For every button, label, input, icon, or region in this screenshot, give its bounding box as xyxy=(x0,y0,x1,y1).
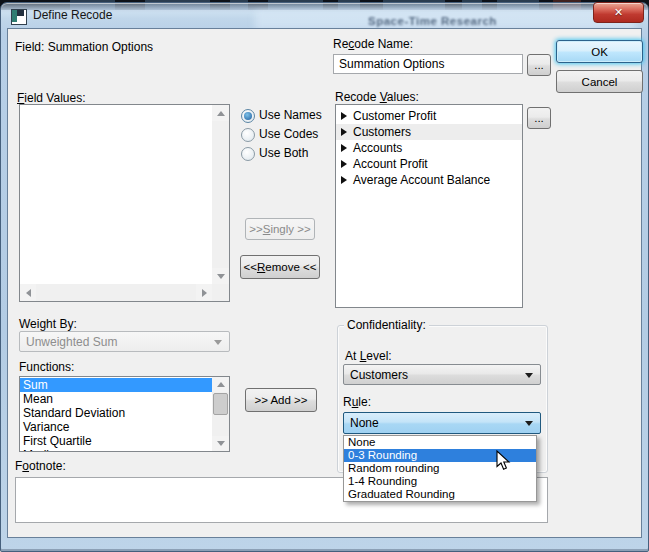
close-button[interactable]: ✕ xyxy=(593,2,644,23)
ok-button[interactable]: OK xyxy=(556,40,643,63)
chevron-down-icon xyxy=(525,373,533,378)
rule-combobox[interactable]: None xyxy=(343,412,541,434)
function-item[interactable]: Sum xyxy=(20,378,212,392)
weight-by-value: Unweighted Sum xyxy=(26,335,117,349)
radio-use-codes[interactable] xyxy=(241,128,255,142)
weight-by-label: Weight By: xyxy=(19,317,77,331)
expand-arrow-icon[interactable] xyxy=(341,176,347,184)
functions-vscrollbar[interactable] xyxy=(212,377,229,451)
function-item[interactable]: Variance xyxy=(20,420,212,434)
arrow-left-icon xyxy=(26,289,31,297)
rule-option[interactable]: Graduated Rounding xyxy=(344,488,536,501)
at-level-combobox[interactable]: Customers xyxy=(343,364,541,385)
recode-name-label: Recode Name: xyxy=(333,37,413,51)
singly-button: >> Singly >> xyxy=(245,218,315,240)
add-button[interactable]: >> Add >> xyxy=(245,388,317,412)
rule-option[interactable]: 1-4 Rounding xyxy=(344,475,536,488)
field-values-hscrollbar[interactable] xyxy=(20,284,212,301)
footnote-label: Footnote: xyxy=(15,459,66,473)
expand-arrow-icon[interactable] xyxy=(341,144,347,152)
radio-use-names-label[interactable]: Use Names xyxy=(259,108,322,122)
expand-arrow-icon[interactable] xyxy=(341,128,347,136)
define-recode-dialog: Space-Time Research Define Recode ✕ Fiel… xyxy=(0,0,649,552)
app-icon[interactable] xyxy=(11,9,27,25)
recode-values-listbox[interactable]: Customer Profit Customers Accounts Accou… xyxy=(335,104,523,308)
scroll-up-button[interactable] xyxy=(212,105,229,121)
arrow-down-icon xyxy=(217,441,225,446)
title-bar[interactable]: Define Recode xyxy=(8,6,588,28)
function-item[interactable]: Mean xyxy=(20,392,212,406)
mouse-cursor xyxy=(496,450,516,472)
recode-value-item[interactable]: Average Account Balance xyxy=(336,172,522,188)
arrow-up-icon xyxy=(217,111,225,116)
recode-value-item[interactable]: Customers xyxy=(336,124,522,140)
functions-listbox[interactable]: Sum Mean Standard Deviation Variance Fir… xyxy=(19,376,230,452)
rule-label: Rule: xyxy=(343,395,371,409)
scroll-up-button[interactable] xyxy=(212,377,229,392)
weight-by-combobox: Unweighted Sum xyxy=(19,331,230,352)
functions-label: Functions: xyxy=(19,360,74,374)
function-item[interactable]: Standard Deviation xyxy=(20,406,212,420)
rule-value: None xyxy=(350,416,379,430)
recode-name-browse-button[interactable]: ... xyxy=(527,54,551,76)
arrow-up-icon xyxy=(217,382,225,387)
arrow-down-icon xyxy=(217,274,225,279)
scroll-down-button[interactable] xyxy=(212,436,229,451)
functions-list: Sum Mean Standard Deviation Variance Fir… xyxy=(20,378,212,452)
recode-value-item[interactable]: Accounts xyxy=(336,140,522,156)
radio-use-both-label[interactable]: Use Both xyxy=(259,146,308,160)
radio-use-names[interactable] xyxy=(241,109,255,123)
field-values-vscrollbar[interactable] xyxy=(212,105,229,284)
arrow-right-icon xyxy=(202,289,207,297)
radio-use-codes-label[interactable]: Use Codes xyxy=(259,127,318,141)
recode-values-label: Recode Values: xyxy=(335,90,419,104)
recode-value-item[interactable]: Account Profit xyxy=(336,156,522,172)
scroll-down-button[interactable] xyxy=(212,268,229,284)
expand-arrow-icon[interactable] xyxy=(341,160,347,168)
scrollbar-thumb[interactable] xyxy=(213,393,228,415)
rule-option[interactable]: None xyxy=(344,436,536,449)
function-item[interactable]: Median xyxy=(20,448,212,452)
recode-name-input[interactable] xyxy=(333,54,523,74)
close-icon: ✕ xyxy=(614,6,623,19)
cancel-button[interactable]: Cancel xyxy=(556,70,643,93)
scroll-right-button[interactable] xyxy=(196,284,212,301)
window-title: Define Recode xyxy=(33,8,112,22)
scrollbar-corner xyxy=(212,284,229,301)
at-level-label: At Level: xyxy=(345,349,392,363)
field-info-label: Field: Summation Options xyxy=(15,40,153,54)
scroll-left-button[interactable] xyxy=(20,284,36,301)
chevron-down-icon xyxy=(525,421,533,426)
field-values-label: Field Values: xyxy=(17,91,86,105)
radio-use-both[interactable] xyxy=(241,147,255,161)
recode-values-browse-button[interactable]: ... xyxy=(527,107,551,129)
at-level-value: Customers xyxy=(350,368,408,382)
confidentiality-label: Confidentiality: xyxy=(344,318,429,332)
remove-button[interactable]: << Remove << xyxy=(240,255,320,279)
field-values-listbox[interactable] xyxy=(19,104,230,302)
expand-arrow-icon[interactable] xyxy=(341,112,347,120)
recode-value-item[interactable]: Customer Profit xyxy=(336,108,522,124)
chevron-down-icon xyxy=(214,340,222,345)
function-item[interactable]: First Quartile xyxy=(20,434,212,448)
